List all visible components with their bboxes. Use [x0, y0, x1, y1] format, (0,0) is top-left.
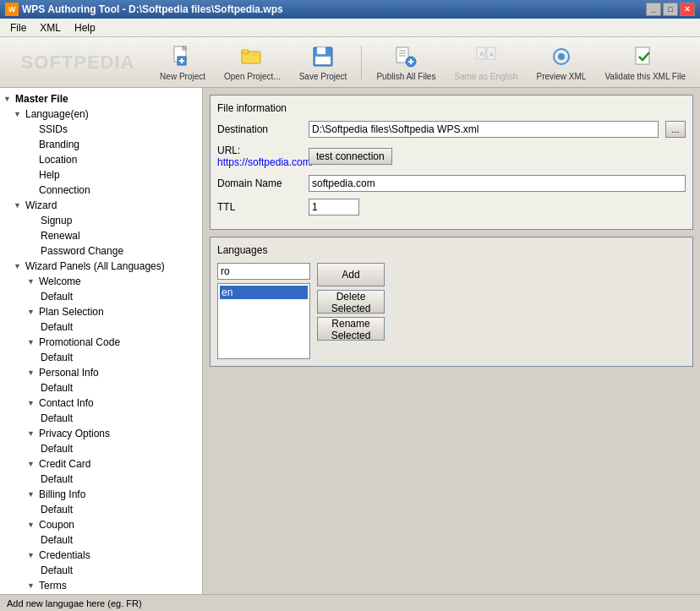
- open-project-button[interactable]: Open Project...: [216, 39, 288, 85]
- tree-terms-default[interactable]: Default: [0, 593, 202, 594]
- tree-personal-info[interactable]: ▼ Personal Info: [0, 365, 202, 380]
- tree-credit-card[interactable]: ▼ Credit Card: [0, 456, 202, 472]
- tree-coupon[interactable]: ▼ Coupon: [0, 517, 202, 532]
- tree-welcome[interactable]: ▼ Welcome: [0, 274, 202, 289]
- tree-promo-default[interactable]: Default: [0, 350, 202, 365]
- expand-icon: ▼: [27, 551, 37, 559]
- tree-coupon-default[interactable]: Default: [0, 532, 202, 548]
- publish-all-files-label: Publish All Files: [376, 72, 435, 81]
- same-as-english-label: Same as English: [454, 72, 517, 81]
- expand-icon: ▼: [27, 490, 37, 499]
- delete-selected-button[interactable]: Delete Selected: [317, 290, 385, 314]
- tree-credentials-default[interactable]: Default: [0, 563, 202, 578]
- list-item[interactable]: en: [220, 286, 308, 299]
- file-info-group: File information Destination ... URL: ht…: [210, 95, 693, 230]
- new-project-label: New Project: [160, 72, 205, 81]
- tree-plan-default[interactable]: Default: [0, 319, 202, 335]
- expand-icon: ▼: [27, 277, 37, 286]
- menu-xml[interactable]: XML: [33, 20, 68, 35]
- tree-promotional-code[interactable]: ▼ Promotional Code: [0, 335, 202, 350]
- domain-name-row: Domain Name: [217, 175, 686, 192]
- expand-icon: ▼: [27, 399, 37, 407]
- menu-file[interactable]: File: [3, 20, 33, 35]
- preview-xml-button[interactable]: Preview XML: [528, 39, 593, 85]
- tree-language-en[interactable]: ▼ Language(en): [0, 106, 202, 122]
- preview-xml-icon: [548, 43, 575, 70]
- tree-wizard-panels[interactable]: ▼ Wizard Panels (All Languages): [0, 259, 202, 274]
- expand-icon: ▼: [14, 110, 24, 118]
- tree-privacy-default[interactable]: Default: [0, 441, 202, 456]
- tree-signup[interactable]: Signup: [0, 213, 202, 228]
- tree-location[interactable]: Location: [0, 152, 202, 167]
- same-as-english-button[interactable]: A A Same as English: [446, 39, 525, 85]
- svg-rect-11: [315, 57, 331, 64]
- tree-label: Default: [41, 321, 73, 333]
- tree-billing-info[interactable]: ▼ Billing Info: [0, 487, 202, 502]
- master-file-root[interactable]: ▼ Master File: [0, 91, 202, 106]
- add-button[interactable]: Add: [317, 263, 385, 286]
- language-input[interactable]: [217, 263, 310, 280]
- publish-all-files-button[interactable]: Publish All Files: [369, 39, 443, 85]
- maximize-button[interactable]: □: [663, 3, 678, 16]
- validate-xml-icon: [632, 43, 659, 70]
- tree-privacy-options[interactable]: ▼ Privacy Options: [0, 426, 202, 441]
- browse-button[interactable]: ...: [665, 121, 686, 138]
- save-project-button[interactable]: Save Project: [292, 39, 355, 85]
- languages-content: en Add Delete Selected Rename Selected: [217, 263, 686, 359]
- tree-welcome-default[interactable]: Default: [0, 289, 202, 304]
- tree-branding[interactable]: Branding: [0, 137, 202, 152]
- master-file-label: Master File: [15, 93, 68, 105]
- tree-label: Plan Selection: [39, 306, 104, 318]
- tree-label: Default: [41, 504, 73, 516]
- new-project-button[interactable]: New Project: [152, 39, 213, 85]
- tree-contact-default[interactable]: Default: [0, 411, 202, 426]
- tree-credit-default[interactable]: Default: [0, 472, 202, 487]
- logo: SOFTPEDIA: [7, 52, 149, 74]
- rename-selected-button[interactable]: Rename Selected: [317, 317, 385, 341]
- tree-ssids[interactable]: SSIDs: [0, 122, 202, 137]
- close-button[interactable]: ✕: [680, 3, 695, 16]
- menu-bar: File XML Help: [0, 19, 700, 37]
- domain-name-input[interactable]: [309, 175, 686, 192]
- tree-label: Billing Info: [39, 488, 85, 500]
- language-list[interactable]: en: [217, 283, 310, 359]
- url-label: URL: https://softpedia.com/: [217, 145, 302, 168]
- tree-help[interactable]: Help: [0, 167, 202, 183]
- tree-credentials[interactable]: ▼ Credentials: [0, 548, 202, 563]
- tree-label: Promotional Code: [39, 336, 120, 348]
- save-project-label: Save Project: [299, 72, 347, 81]
- expand-icon: ▼: [27, 338, 37, 346]
- tree-plan-selection[interactable]: ▼ Plan Selection: [0, 304, 202, 319]
- lang-left-panel: en: [217, 263, 310, 359]
- ttl-row: TTL: [217, 199, 686, 215]
- tree-wizard[interactable]: ▼ Wizard: [0, 198, 202, 213]
- expand-icon: ▼: [27, 460, 37, 468]
- tree-personal-default[interactable]: Default: [0, 380, 202, 396]
- tree-renewal[interactable]: Renewal: [0, 228, 202, 243]
- minimize-button[interactable]: _: [646, 3, 661, 16]
- ttl-input[interactable]: [309, 199, 359, 215]
- url-link[interactable]: https://softpedia.com/: [217, 156, 314, 168]
- tree-terms[interactable]: ▼ Terms: [0, 578, 202, 593]
- toolbar-separator-1: [361, 46, 362, 79]
- status-text: Add new langugae here (eg. FR): [7, 598, 142, 608]
- validate-xml-button[interactable]: Validate this XML File: [597, 39, 693, 85]
- menu-help[interactable]: Help: [68, 20, 102, 35]
- tree-label: Privacy Options: [39, 428, 110, 439]
- test-connection-button[interactable]: test connection: [309, 148, 392, 165]
- expand-icon: ▼: [14, 201, 24, 210]
- tree-label: Default: [41, 352, 73, 363]
- tree-connection[interactable]: Connection: [0, 183, 202, 198]
- svg-rect-7: [242, 50, 249, 53]
- tree-label: Password Change: [41, 245, 123, 257]
- sidebar: ▼ Master File ▼ Language(en) SSIDs Brand…: [0, 88, 203, 594]
- tree-label: Welcome: [39, 275, 81, 287]
- tree-password-change[interactable]: Password Change: [0, 243, 202, 259]
- app-icon: W: [5, 3, 19, 16]
- destination-input[interactable]: [309, 121, 659, 138]
- tree-billing-default[interactable]: Default: [0, 502, 202, 517]
- tree-label: Default: [41, 534, 73, 546]
- tree-contact-info[interactable]: ▼ Contact Info: [0, 396, 202, 411]
- tree-label: Default: [41, 473, 73, 485]
- destination-label: Destination: [217, 123, 302, 135]
